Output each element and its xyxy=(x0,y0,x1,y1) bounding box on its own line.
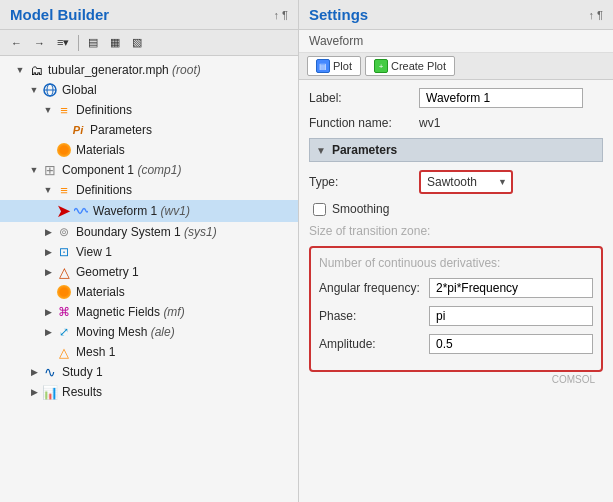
tree-geometry1[interactable]: ▶ △ Geometry 1 xyxy=(0,262,298,282)
expand-global: ▼ xyxy=(28,84,40,96)
expand-definitions-global: ▼ xyxy=(42,104,54,116)
expand-results: ▶ xyxy=(28,386,40,398)
smoothing-row: Smoothing xyxy=(309,202,603,216)
tree-movmesh[interactable]: ▶ ⤢ Moving Mesh (ale) xyxy=(0,322,298,342)
smoothing-checkbox[interactable] xyxy=(313,203,326,216)
tree-global[interactable]: ▼ Global xyxy=(0,80,298,100)
tree-definitions-global[interactable]: ▼ ≡ Definitions xyxy=(0,100,298,120)
label-input[interactable] xyxy=(419,88,583,108)
root-label: tubular_generator.mph (root) xyxy=(48,63,201,77)
root-icon: 🗂 xyxy=(28,62,44,78)
mesh1-icon: △ xyxy=(56,344,72,360)
separator xyxy=(78,35,79,51)
definitions-global-label: Definitions xyxy=(76,103,132,117)
type-row: Type: Sawtooth Sine Square Triangle ▼ xyxy=(309,170,603,194)
parameters-section-header[interactable]: ▼ Parameters xyxy=(309,138,603,162)
model-builder-panel: Model Builder ↑ ¶ ← → ≡▾ ▤ ▦ ▧ ▼ 🗂 tubul… xyxy=(0,0,299,502)
plot-icon: ▤ xyxy=(316,59,330,73)
toolbar-btn1[interactable]: ▤ xyxy=(83,33,103,52)
amplitude-input[interactable] xyxy=(429,334,593,354)
derivatives-row: Number of continuous derivatives: xyxy=(319,256,593,270)
type-label: Type: xyxy=(309,175,419,189)
expand-component1: ▼ xyxy=(28,164,40,176)
angular-freq-row: Angular frequency: xyxy=(319,278,593,298)
model-builder-header: Model Builder ↑ ¶ xyxy=(0,0,298,30)
highlighted-params-box: Number of continuous derivatives: Angula… xyxy=(309,246,603,372)
settings-subtitle: Waveform xyxy=(299,30,613,53)
create-plot-button[interactable]: + Create Plot xyxy=(365,56,455,76)
settings-toolbar: ▤ Plot + Create Plot xyxy=(299,53,613,80)
label-row: Label: xyxy=(309,88,603,108)
comsol-text: COMSOL xyxy=(552,374,595,385)
funcname-key: Function name: xyxy=(309,116,419,130)
expand-movmesh: ▶ xyxy=(42,326,54,338)
component1-icon: ⊞ xyxy=(42,162,58,178)
definitions-icon: ≡ xyxy=(56,102,72,118)
materials-global-label: Materials xyxy=(76,143,125,157)
parameters-icon: Pi xyxy=(70,122,86,138)
type-dropdown-wrapper: Sawtooth Sine Square Triangle ▼ xyxy=(419,170,513,194)
phase-row: Phase: xyxy=(319,306,593,326)
tree-view1[interactable]: ▶ ⊡ View 1 xyxy=(0,242,298,262)
toolbar-btn3[interactable]: ▧ xyxy=(127,33,147,52)
tree-waveform1[interactable]: ➤ Waveform 1 (wv1) xyxy=(0,200,298,222)
materials-comp-label: Materials xyxy=(76,285,125,299)
global-icon xyxy=(42,82,58,98)
tree-materials-comp[interactable]: ▶ Materials xyxy=(0,282,298,302)
menu-button[interactable]: ≡▾ xyxy=(52,33,74,52)
funcname-row: Function name: wv1 xyxy=(309,116,603,130)
study1-icon: ∿ xyxy=(42,364,58,380)
parameters-label: Parameters xyxy=(90,123,152,137)
angular-freq-input[interactable] xyxy=(429,278,593,298)
expand-boundary: ▶ xyxy=(42,226,54,238)
derivatives-label: Number of continuous derivatives: xyxy=(319,256,593,270)
view1-icon: ⊡ xyxy=(56,244,72,260)
settings-panel: Settings ↑ ¶ Waveform ▤ Plot + Create Pl… xyxy=(299,0,613,502)
view1-label: View 1 xyxy=(76,245,112,259)
tree-parameters[interactable]: ▶ Pi Parameters xyxy=(0,120,298,140)
phase-input[interactable] xyxy=(429,306,593,326)
expand-geometry1: ▶ xyxy=(42,266,54,278)
label-key: Label: xyxy=(309,91,419,105)
settings-content: Label: Function name: wv1 ▼ Parameters T… xyxy=(299,80,613,502)
parameters-section-title: Parameters xyxy=(332,143,397,157)
tree-boundary[interactable]: ▶ ⊚ Boundary System 1 (sys1) xyxy=(0,222,298,242)
geometry1-icon: △ xyxy=(56,264,72,280)
type-select[interactable]: Sawtooth Sine Square Triangle xyxy=(421,172,511,192)
tree-root[interactable]: ▼ 🗂 tubular_generator.mph (root) xyxy=(0,60,298,80)
waveform1-icon xyxy=(73,203,89,219)
settings-header: Settings ↑ ¶ xyxy=(299,0,613,30)
study1-label: Study 1 xyxy=(62,365,103,379)
model-builder-toolbar: ← → ≡▾ ▤ ▦ ▧ xyxy=(0,30,298,56)
expand-magfields: ▶ xyxy=(42,306,54,318)
definitions-comp-icon: ≡ xyxy=(56,182,72,198)
forward-button[interactable]: → xyxy=(29,34,50,52)
tree-materials-global[interactable]: ▶ Materials xyxy=(0,140,298,160)
plot-button[interactable]: ▤ Plot xyxy=(307,56,361,76)
tree-mesh1[interactable]: ▶ △ Mesh 1 xyxy=(0,342,298,362)
expand-view1: ▶ xyxy=(42,246,54,258)
back-button[interactable]: ← xyxy=(6,34,27,52)
tree-results[interactable]: ▶ 📊 Results xyxy=(0,382,298,402)
tree-study1[interactable]: ▶ ∿ Study 1 xyxy=(0,362,298,382)
tree-container: ▼ 🗂 tubular_generator.mph (root) ▼ Globa… xyxy=(0,56,298,502)
toolbar-btn2[interactable]: ▦ xyxy=(105,33,125,52)
boundary-label: Boundary System 1 (sys1) xyxy=(76,225,217,239)
expand-definitions-comp: ▼ xyxy=(42,184,54,196)
magfields-icon: ⌘ xyxy=(56,304,72,320)
expand-root: ▼ xyxy=(14,64,26,76)
tree-definitions-comp[interactable]: ▼ ≡ Definitions xyxy=(0,180,298,200)
model-builder-title: Model Builder xyxy=(10,6,109,23)
mesh1-label: Mesh 1 xyxy=(76,345,115,359)
tree-component1[interactable]: ▼ ⊞ Component 1 (comp1) xyxy=(0,160,298,180)
expand-study1: ▶ xyxy=(28,366,40,378)
global-label: Global xyxy=(62,83,97,97)
geometry1-label: Geometry 1 xyxy=(76,265,139,279)
smoothing-label: Smoothing xyxy=(332,202,389,216)
materials-global-icon xyxy=(56,142,72,158)
waveform1-label: Waveform 1 (wv1) xyxy=(93,204,190,218)
panel-pin: ↑ ¶ xyxy=(274,9,288,21)
tree-magfields[interactable]: ▶ ⌘ Magnetic Fields (mf) xyxy=(0,302,298,322)
materials-comp-icon xyxy=(56,284,72,300)
movmesh-label: Moving Mesh (ale) xyxy=(76,325,175,339)
